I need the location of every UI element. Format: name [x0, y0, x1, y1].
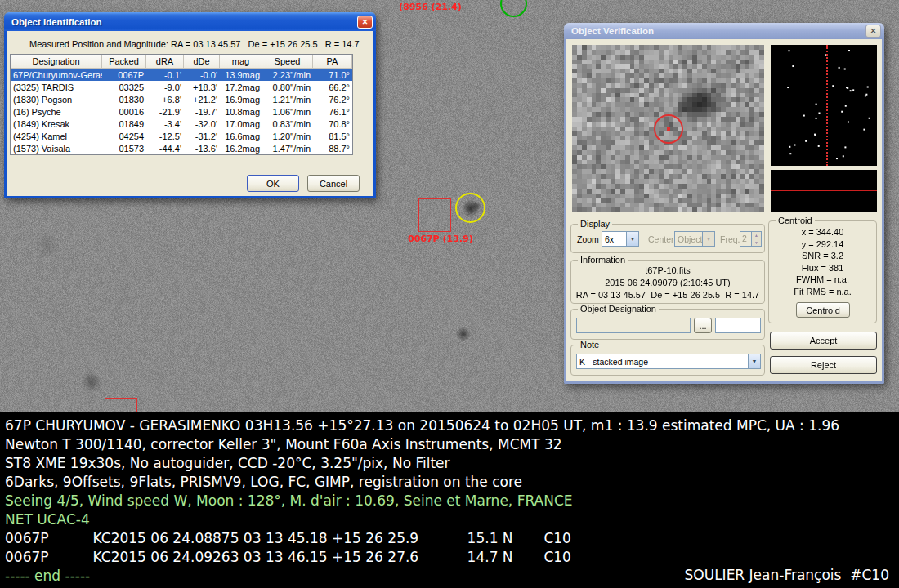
object-cell: 03325: [102, 81, 146, 93]
object-row[interactable]: (1830) Pogson01830+6.8'+21.2'16.9mag1.21…: [11, 93, 352, 105]
centroid-value: x = 344.40: [769, 226, 876, 238]
scatter-dots: [771, 45, 877, 166]
object-cell: 66.2°: [313, 81, 352, 93]
object-cell: -32.0': [184, 118, 220, 130]
designation-input[interactable]: [576, 318, 691, 333]
spinner-buttons: ▲ ▼: [751, 232, 761, 246]
zoom-image-view[interactable]: [572, 45, 764, 212]
reject-button[interactable]: Reject: [770, 356, 877, 374]
object-cell: (4254) Kamel: [11, 130, 102, 142]
centroid-value: y = 292.14: [769, 238, 876, 251]
column-header[interactable]: PA: [313, 55, 352, 69]
measured-position-label: Measured Position and Magnitude: RA = 03…: [29, 39, 360, 49]
object-row[interactable]: (4254) Kamel04254-12.5'-31.2'16.6mag1.20…: [11, 130, 352, 142]
chevron-down-icon[interactable]: ▼: [626, 232, 638, 246]
footer-line: 6Darks, 9Offsets, 9Flats, PRISMV9, LOG, …: [5, 473, 899, 492]
object-cell: 76.2°: [313, 93, 352, 105]
object-cell: 88.7°: [313, 142, 352, 154]
ov-titlebar[interactable]: Object Verification ✕: [564, 23, 884, 39]
footer-line: Seeing 4/5, Wind speed W, Moon : 128°, M…: [5, 492, 899, 510]
object-cell: 10.8mag: [220, 105, 262, 118]
footer-line: 0067P KC2015 06 24.08875 03 13 45.18 +15…: [5, 529, 899, 548]
oi-table-head: DesignationPackeddRAdDemagSpeedPA: [11, 55, 352, 69]
oi-table-body: 67P/Churyumov-Geras0067P-0.1'-0.0'13.9ma…: [11, 69, 352, 154]
accept-button[interactable]: Accept: [770, 332, 877, 350]
object-cell: (3325) TARDIS: [11, 81, 102, 93]
object-cell: (1830) Pogson: [11, 93, 102, 105]
information-group-label: Information: [578, 255, 628, 265]
note-group-label: Note: [578, 340, 602, 350]
browse-button[interactable]: ...: [694, 318, 712, 333]
cancel-button[interactable]: Cancel: [307, 175, 360, 192]
object-row[interactable]: (16) Psyche00016-21.9'-19.7'10.8mag1.06'…: [11, 105, 352, 118]
column-header[interactable]: mag: [220, 55, 262, 69]
red-rect-marker: [418, 198, 451, 232]
object-cell: -9.0': [146, 81, 184, 93]
note-select[interactable]: K - stacked image ▼: [576, 354, 761, 369]
oi-title: Object Identification: [11, 17, 357, 27]
footer-line: ST8 XME 19x30s, No autoguider, CCD -20°C…: [5, 454, 899, 473]
column-header[interactable]: Designation: [11, 55, 102, 69]
object-row[interactable]: (3325) TARDIS03325-9.0'+18.3'17.2mag0.80…: [11, 81, 352, 93]
display-group-label: Display: [578, 219, 612, 229]
object-cell: -0.1': [146, 69, 184, 81]
footer-text: 67P CHURYUMOV - GERASIMENKO 03H13.56 +15…: [0, 412, 899, 586]
footer-line: 67P CHURYUMOV - GERASIMENKO 03H13.56 +15…: [5, 416, 899, 435]
object-label-top: (8956 (21.4): [399, 2, 462, 12]
close-icon[interactable]: ✕: [357, 16, 373, 29]
object-cell: 2.23''/min: [262, 69, 313, 81]
object-cell: (1849) Kresak: [11, 118, 102, 130]
yellow-circle-marker: [455, 193, 485, 223]
object-cell: 70.8°: [313, 118, 352, 130]
centroid-button[interactable]: Centroid: [796, 302, 850, 318]
object-cell: -0.0': [184, 69, 220, 81]
spin-up-icon: ▲: [752, 232, 761, 239]
object-cell: 76.1°: [313, 105, 352, 118]
object-cell: 13.9mag: [220, 69, 262, 81]
object-cell: -13.6': [184, 142, 220, 154]
centroid-value: SNR = 3.2: [769, 250, 876, 262]
note-group: Note K - stacked image ▼: [570, 345, 765, 376]
column-header[interactable]: dDe: [184, 55, 220, 69]
object-cell: 01573: [102, 142, 146, 154]
designation-input-2[interactable]: [715, 318, 761, 333]
object-cell: 01830: [102, 93, 146, 105]
object-table: DesignationPackeddRAdDemagSpeedPA 67P/Ch…: [10, 54, 353, 155]
comet-label: 0067P (13.9): [408, 234, 473, 244]
zoom-value: 6x: [602, 234, 626, 244]
oi-titlebar[interactable]: Object Identification ✕: [4, 12, 376, 31]
object-cell: 1.47''/min: [262, 142, 313, 154]
object-cell: 17.2mag: [220, 81, 262, 93]
ov-body: Display Zoom 6x ▼ Center Object ▼ Freq. …: [564, 39, 884, 384]
ok-button[interactable]: OK: [247, 175, 299, 192]
object-row[interactable]: (1849) Kresak01849-3.4'-32.0'17.0mag0.83…: [11, 118, 352, 130]
center-select: Object ▼: [674, 231, 715, 247]
object-identification-dialog: Object Identification ✕ Measured Positio…: [4, 12, 376, 198]
object-cell: 00016: [102, 105, 146, 118]
column-header[interactable]: Speed: [262, 55, 313, 69]
report-text-area: 67P CHURYUMOV - GERASIMENKO 03H13.56 +15…: [0, 412, 899, 588]
object-row[interactable]: 67P/Churyumov-Geras0067P-0.1'-0.0'13.9ma…: [11, 69, 352, 81]
close-icon[interactable]: ✕: [865, 24, 881, 38]
object-cell: 1.06''/min: [262, 105, 313, 118]
object-verification-dialog: Object Verification ✕ Display Zoom 6x ▼ …: [564, 23, 884, 384]
column-header[interactable]: dRA: [146, 55, 184, 69]
spin-down-icon: ▼: [752, 239, 761, 247]
centroid-value: FWHM = n.a.: [769, 274, 876, 286]
column-header[interactable]: Packed: [102, 55, 146, 69]
object-cell: 1.20''/min: [262, 130, 313, 142]
profile-line: [771, 190, 877, 191]
threshold-line: [826, 45, 828, 166]
note-value: K - stacked image: [577, 357, 748, 367]
object-cell: 0.83''/min: [262, 118, 313, 130]
object-row[interactable]: (1573) Vaisala01573-44.4'-13.6'16.2mag1.…: [11, 142, 352, 154]
footer-line: 0067P KC2015 06 24.09263 03 13 46.15 +15…: [5, 548, 899, 567]
object-cell: +18.3': [184, 81, 220, 93]
target-cross-marker: [667, 127, 670, 131]
zoom-select[interactable]: 6x ▼: [602, 231, 639, 247]
object-cell: -21.9': [146, 105, 184, 118]
center-value: Object: [675, 234, 702, 244]
chevron-down-icon[interactable]: ▼: [748, 354, 760, 368]
chevron-down-icon: ▼: [702, 232, 714, 246]
object-cell: 16.2mag: [220, 142, 262, 154]
